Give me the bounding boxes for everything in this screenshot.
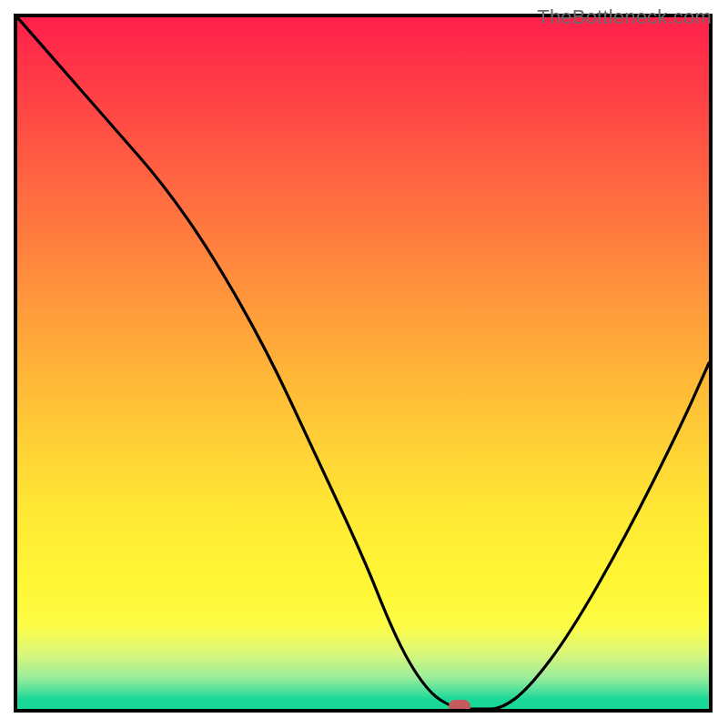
- chart-container: TheBottleneck.com: [0, 0, 728, 728]
- optimal-point-marker: [449, 700, 470, 713]
- plot-area: [14, 14, 713, 713]
- heat-gradient-background: [17, 17, 709, 709]
- watermark-text: TheBottleneck.com: [537, 5, 712, 29]
